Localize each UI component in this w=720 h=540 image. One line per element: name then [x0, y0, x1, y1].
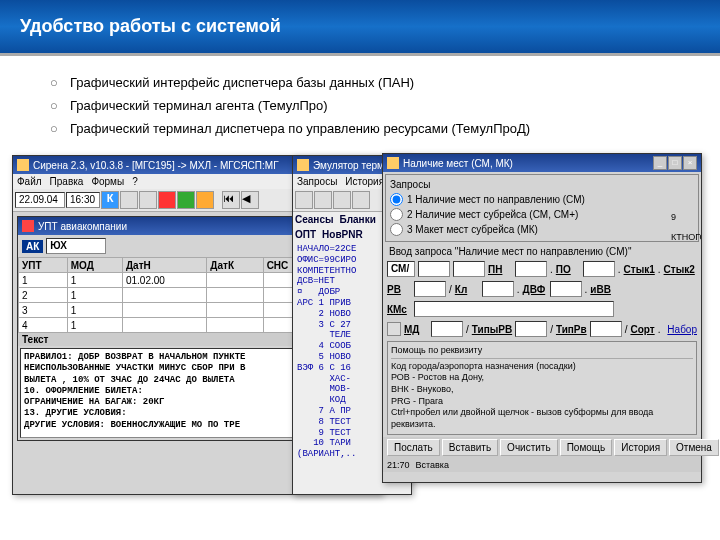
bullet-item: Графический интерфейс диспетчера базы да… [50, 71, 670, 94]
tool-icon[interactable] [352, 191, 370, 209]
lbl-sort: Сорт [630, 324, 654, 335]
query-row-1: СМ/ ПН. ПО. Стык1. Стык2 [383, 259, 701, 279]
nav-first-icon[interactable]: ⏮ [222, 191, 240, 209]
group-title: Запросы [390, 179, 694, 190]
help-body: Код города/аэропорта назначения (посадки… [391, 361, 693, 431]
radio-sm-plus[interactable]: 2 Наличие мест субрейса (СМ, СМ+) [390, 207, 694, 222]
cropped-right-text: 9 КТНОГО [671, 212, 701, 412]
tipyrv-input[interactable] [515, 321, 547, 337]
menu-file[interactable]: Файл [17, 176, 42, 187]
window-title: Сирена 2.3, v10.3.8 - [МГС195] -> МХЛ - … [33, 160, 279, 171]
lbl-md: МД [404, 324, 428, 335]
app-icon [387, 157, 399, 169]
send-button[interactable]: Послать [387, 439, 440, 456]
bullet-item: Графический терминал диспетчера по управ… [50, 117, 670, 140]
grid-icon[interactable] [177, 191, 195, 209]
menu-forms[interactable]: Формы [91, 176, 124, 187]
tab-blanks[interactable]: Бланки [340, 214, 376, 225]
lbl-tiprv: ТипРв [556, 324, 587, 335]
from-input[interactable] [418, 261, 450, 277]
app-icon [297, 159, 309, 171]
time-field[interactable]: 16:30 [66, 192, 100, 208]
ak-input[interactable]: ЮХ [46, 238, 106, 254]
window-title: Эмулятор терми [313, 160, 390, 171]
grid-icon[interactable] [196, 191, 214, 209]
lbl-kl: Кл [455, 284, 479, 295]
menu-help[interactable]: ? [132, 176, 138, 187]
app-icon [17, 159, 29, 171]
titlebar: Наличие мест (СМ, МК) _ □ × [383, 154, 701, 172]
cancel-button[interactable]: Отмена [669, 439, 719, 456]
query-row-4: МД/ ТипыРВ/ ТипРв/ Сорт. Набор [383, 319, 701, 339]
tool-icon[interactable] [139, 191, 157, 209]
window-title: Наличие мест (СМ, МК) [403, 158, 513, 169]
radio-sm[interactable]: 1 Наличие мест по направлению (СМ) [390, 192, 694, 207]
minimize-icon[interactable]: _ [653, 156, 667, 170]
lbl-kms: КМс [387, 304, 411, 315]
date-field[interactable]: 22.09.04 [15, 192, 65, 208]
dvf-input[interactable] [550, 281, 582, 297]
k-icon[interactable]: К [101, 191, 119, 209]
help-panel: Помощь по реквизиту Код города/аэропорта… [387, 341, 697, 435]
col-datk[interactable]: ДатК [207, 258, 263, 273]
po-input[interactable] [583, 261, 615, 277]
lbl-dvf: ДВФ [523, 284, 547, 295]
menu-edit[interactable]: Правка [50, 176, 84, 187]
help-title: Помощь по реквизиту [391, 345, 693, 359]
lbl-po: ПО [556, 264, 580, 275]
sub-title: УПТ авиакомпании [38, 221, 127, 232]
col-mod[interactable]: МОД [67, 258, 122, 273]
query-row-2: РВ/ Кл. ДВФ. иВВ [383, 279, 701, 299]
lbl-styk1: Стык1 [624, 264, 655, 275]
lbl-pn: ПН [488, 264, 512, 275]
rv-input[interactable] [414, 281, 446, 297]
clear-button[interactable]: Очистить [500, 439, 558, 456]
query-prompt: Ввод запроса "Наличие мест по направлени… [383, 244, 701, 259]
status-pos: 21:70 [387, 460, 410, 470]
kms-input[interactable] [414, 301, 614, 317]
status-bar: 21:70 Вставка [383, 458, 701, 472]
maximize-icon[interactable]: □ [668, 156, 682, 170]
kl-input[interactable] [482, 281, 514, 297]
bullet-item: Графический терминал агента (ТемулПро) [50, 94, 670, 117]
to-input[interactable] [453, 261, 485, 277]
tool-icon[interactable] [314, 191, 332, 209]
sub-icon [22, 220, 34, 232]
tool-icon[interactable] [333, 191, 351, 209]
lbl-ivv: иВВ [590, 284, 614, 295]
sm-prefix: СМ/ [387, 261, 415, 277]
status-mode: Вставка [416, 460, 449, 470]
button-bar: Послать Вставить Очистить Помощь История… [383, 437, 701, 458]
col-datn[interactable]: ДатН [122, 258, 206, 273]
close-icon[interactable]: × [683, 156, 697, 170]
md-input[interactable] [431, 321, 463, 337]
lbl-rv: РВ [387, 284, 411, 295]
bullet-list: Графический интерфейс диспетчера базы да… [0, 56, 720, 155]
ak-label: АК [22, 240, 43, 253]
lbl-tipyrv: ТипыРВ [472, 324, 512, 335]
query-row-3: КМс [383, 299, 701, 319]
tab-opt[interactable]: ОПТ [295, 229, 316, 240]
insert-button[interactable]: Вставить [442, 439, 498, 456]
availability-dialog: Наличие мест (СМ, МК) _ □ × Запросы 1 На… [382, 153, 702, 483]
expand-icon[interactable] [387, 322, 401, 336]
grid-icon[interactable] [158, 191, 176, 209]
tool-icon[interactable] [120, 191, 138, 209]
help-button[interactable]: Помощь [560, 439, 613, 456]
tab-sessions[interactable]: Сеансы [295, 214, 334, 225]
menu-history[interactable]: История [345, 176, 384, 187]
radio-mk[interactable]: 3 Макет мест субрейса (МК) [390, 222, 694, 237]
tab-newpnr[interactable]: НовPNR [322, 229, 363, 240]
query-type-group: Запросы 1 Наличие мест по направлению (С… [385, 174, 699, 242]
tool-icon[interactable] [295, 191, 313, 209]
col-upt[interactable]: УПТ [19, 258, 68, 273]
history-button[interactable]: История [614, 439, 667, 456]
nav-prev-icon[interactable]: ◀ [241, 191, 259, 209]
page-title: Удобство работы с системой [0, 0, 720, 56]
pn-input[interactable] [515, 261, 547, 277]
tiprv-input[interactable] [590, 321, 622, 337]
menu-requests[interactable]: Запросы [297, 176, 337, 187]
